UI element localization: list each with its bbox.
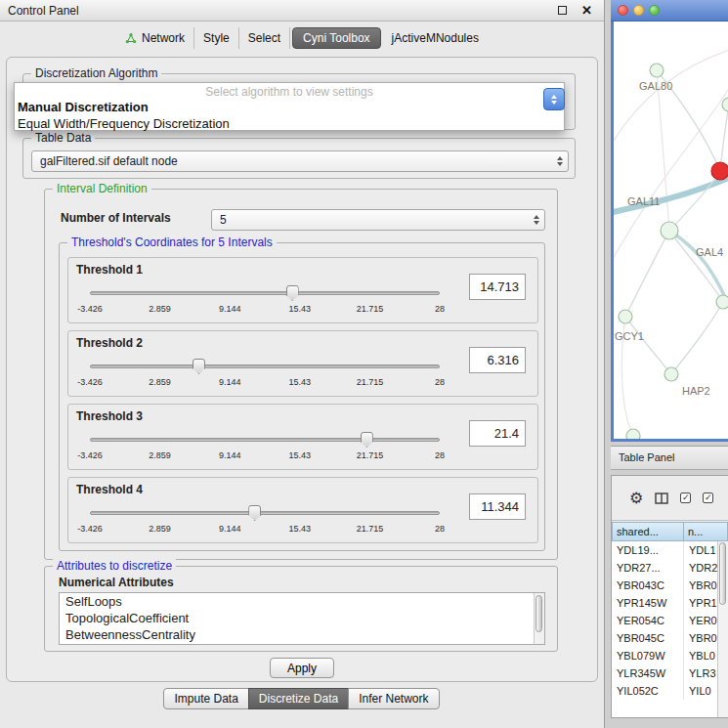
column-header-shared-name[interactable]: shared... — [612, 522, 684, 541]
chevron-up-icon — [551, 95, 557, 99]
zoom-traffic-light-icon[interactable] — [649, 5, 660, 16]
slider-thumb[interactable] — [193, 359, 205, 374]
table-data-group: Table Data galFiltered.sif default node — [22, 138, 576, 179]
control-panel-window: Control Panel ✕ NetworkStyleSelectCyni T… — [0, 0, 605, 728]
table-panel-window: ⚙ ✓ ✓ shared... n... YDL19...YDL1YDR27..… — [611, 475, 728, 718]
slider-ticks: -3.4262.8599.14415.4321.71528 — [90, 377, 440, 389]
dropdown-options: Manual DiscretizationEqual Width/Frequen… — [15, 99, 564, 132]
gear-icon[interactable]: ⚙ — [629, 491, 643, 506]
slider-thumb[interactable] — [286, 285, 299, 301]
table-row[interactable]: YDL19...YDL1 — [612, 541, 717, 559]
tick-label: 15.43 — [289, 450, 312, 460]
network-node[interactable] — [664, 367, 678, 381]
dropdown-hint: Select algorithm to view settings — [15, 83, 564, 99]
table-cell: YBR043C — [612, 577, 684, 594]
column-header-name[interactable]: n... — [684, 522, 728, 541]
slider-track — [90, 511, 440, 515]
node-label: GAL4 — [696, 246, 723, 258]
close-traffic-light-icon[interactable] — [618, 5, 628, 16]
tab-cyni-toolbox[interactable]: Cyni Toolbox — [292, 27, 380, 49]
columns-icon[interactable] — [655, 492, 668, 504]
dropdown-option[interactable]: Manual Discretization — [15, 99, 564, 115]
table-row[interactable]: YPR145WYPR1 — [612, 594, 717, 612]
tick-label: 2.859 — [149, 304, 171, 314]
tick-label: 2.859 — [149, 377, 171, 387]
threshold-value-field[interactable]: 21.4 — [469, 420, 526, 447]
tick-label: 21.715 — [357, 304, 384, 314]
network-node[interactable] — [722, 98, 728, 111]
attributes-scrollbar[interactable] — [534, 593, 544, 644]
float-window-icon[interactable] — [558, 6, 567, 15]
tab-jactivemnodules[interactable]: jActiveMNodules — [383, 27, 488, 49]
table-row[interactable]: YBL079WYBL0 — [612, 647, 717, 664]
tick-label: 9.144 — [219, 377, 241, 387]
tab-label: Cyni Toolbox — [303, 31, 369, 45]
bottom-tab-infer-network[interactable]: Infer Network — [348, 688, 439, 709]
table-panel-title: Table Panel — [619, 451, 675, 463]
tab-style[interactable]: Style — [194, 27, 239, 49]
tick-label: 21.715 — [357, 450, 384, 460]
tab-network[interactable]: Network — [116, 27, 194, 49]
slider-thumb[interactable] — [248, 505, 261, 521]
algorithm-dropdown-popup: Select algorithm to view settings Manual… — [14, 82, 565, 131]
network-node[interactable] — [650, 64, 664, 77]
threshold-slider[interactable] — [90, 285, 440, 301]
table-row[interactable]: YBR043CYBR0 — [612, 577, 717, 594]
network-node[interactable] — [619, 310, 632, 323]
attribute-item[interactable]: SelfLoops — [60, 593, 544, 610]
bottom-tab-discretize-data[interactable]: Discretize Data — [248, 688, 349, 709]
threshold-box: Threshold 1-3.4262.8599.14415.4321.71528… — [67, 257, 538, 323]
algorithm-combo-button[interactable] — [543, 88, 565, 110]
group-legend-interval: Interval Definition — [53, 182, 151, 195]
slider-ticks: -3.4262.8599.14415.4321.71528 — [90, 450, 440, 462]
table-row[interactable]: YLR345WYLR3 — [612, 664, 717, 682]
network-canvas[interactable]: GAL80GAL11GAL4GCY1HAP2 — [614, 21, 728, 439]
scrollbar-thumb[interactable] — [535, 595, 542, 632]
table-row[interactable]: YER054CYER0 — [612, 612, 717, 629]
threshold-slider[interactable] — [90, 505, 440, 521]
dropdown-option[interactable]: Equal Width/Frequency Discretization — [15, 115, 564, 132]
chevron-down-icon — [551, 101, 557, 105]
table-cell: YDL1 — [684, 541, 717, 559]
attributes-group: Attributes to discretize Numerical Attri… — [44, 566, 558, 652]
threshold-slider[interactable] — [90, 359, 440, 374]
thresholds-group: Threshold's Coordinates for 5 Intervals … — [59, 242, 545, 551]
scrollbar-thumb[interactable] — [719, 542, 726, 605]
table-row[interactable]: YIL052CYIL0 — [612, 682, 717, 700]
attributes-list[interactable]: SelfLoopsTopologicalCoefficientBetweenne… — [59, 592, 545, 645]
tick-label: 15.43 — [289, 377, 312, 387]
slider-ticks: -3.4262.8599.14415.4321.71528 — [90, 524, 440, 535]
tick-label: 28 — [435, 377, 445, 387]
attribute-item[interactable]: TopologicalCoefficient — [60, 610, 544, 626]
threshold-value-field[interactable]: 14.713 — [469, 274, 526, 300]
threshold-value-field[interactable]: 11.344 — [469, 493, 526, 520]
tick-label: 9.144 — [219, 450, 241, 460]
table-data-combo[interactable]: galFiltered.sif default node — [31, 150, 569, 172]
threshold-slider[interactable] — [90, 432, 440, 448]
close-icon[interactable]: ✕ — [581, 3, 592, 18]
attribute-item[interactable]: BetweennessCentrality — [60, 626, 544, 643]
selected-node[interactable] — [711, 162, 728, 180]
num-intervals-combo[interactable]: 5 — [211, 209, 545, 231]
apply-button[interactable]: Apply — [270, 658, 334, 678]
slider-thumb[interactable] — [361, 432, 373, 448]
network-node[interactable] — [661, 222, 678, 239]
bottom-tab-impute-data[interactable]: Impute Data — [163, 688, 248, 709]
table-cell: YIL0 — [684, 682, 717, 700]
table-row[interactable]: YDR27...YDR2 — [612, 559, 717, 577]
network-node[interactable] — [626, 429, 640, 439]
select-none-checkbox-icon[interactable]: ✓ — [703, 492, 713, 503]
tick-label: -3.426 — [77, 524, 103, 534]
control-panel-titlebar: Control Panel ✕ — [0, 0, 604, 21]
slider-track — [90, 291, 440, 295]
threshold-value-field[interactable]: 6.316 — [469, 347, 526, 373]
select-all-checkbox-icon[interactable]: ✓ — [680, 492, 691, 503]
table-header-row: shared... n... — [612, 522, 728, 541]
table-panel-header[interactable]: Table Panel — [611, 446, 728, 470]
minimize-traffic-light-icon[interactable] — [633, 5, 644, 16]
cyni-toolbox-panel: Discretization Algorithm Table Data galF… — [6, 57, 598, 682]
network-node[interactable] — [716, 295, 728, 309]
table-scrollbar[interactable] — [717, 541, 728, 717]
tab-select[interactable]: Select — [239, 27, 290, 49]
table-row[interactable]: YBR045CYBR0 — [612, 629, 717, 647]
